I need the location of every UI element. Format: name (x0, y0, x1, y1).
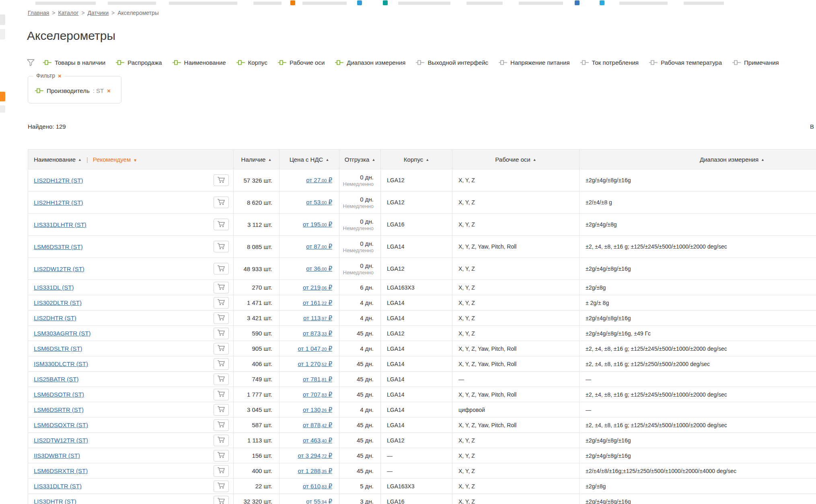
add-to-cart-button[interactable] (214, 297, 229, 309)
price-link[interactable]: от 113,97 ₽ (303, 315, 332, 321)
product-link[interactable]: LSM6DSLTR (ST) (34, 345, 82, 352)
sort-asc-icon: ▲ (372, 158, 375, 162)
add-to-cart-button[interactable] (214, 434, 229, 446)
price-link[interactable]: от 36,00 ₽ (306, 265, 332, 272)
product-link[interactable]: LIS2DTW12TR (ST) (34, 437, 88, 444)
product-link[interactable]: LSM6DSOTR (ST) (34, 391, 84, 398)
add-to-cart-button[interactable] (214, 419, 229, 431)
cell-shipping: 45 дн. (339, 372, 381, 387)
filter-chip[interactable]: Наименование (173, 59, 226, 66)
product-link[interactable]: LIS331DLHTR (ST) (34, 221, 86, 228)
add-to-cart-button[interactable] (214, 496, 229, 504)
price-link[interactable]: от 610,83 ₽ (303, 483, 332, 490)
filter-chip[interactable]: Ток потребления (580, 59, 639, 66)
column-header[interactable]: Отгрузка▲ (339, 150, 381, 169)
price-link[interactable]: от 463,40 ₽ (303, 437, 332, 444)
header-name-label: Наименование (34, 156, 76, 163)
filter-chip[interactable]: Выходной интерфейс (416, 59, 488, 66)
manufacturer-filter-chip[interactable]: Производитель: ST × (35, 87, 111, 94)
add-to-cart-button[interactable] (214, 327, 229, 339)
add-to-cart-button[interactable] (214, 175, 229, 186)
filter-chip[interactable]: Распродажа (116, 59, 162, 66)
product-link[interactable]: LIS2DHTR (ST) (34, 315, 76, 321)
product-link[interactable]: LSM303AGRTR (ST) (34, 330, 90, 337)
close-icon[interactable]: × (107, 88, 111, 94)
filter-chip[interactable]: Корпус (236, 59, 267, 66)
cell-package: LGA14 (381, 387, 452, 402)
filter-chip[interactable]: Диапазон измерения (335, 59, 405, 66)
add-to-cart-button[interactable] (214, 343, 229, 354)
filter-chip[interactable]: Товары в наличии (43, 59, 105, 66)
column-header[interactable]: Цена с НДС▲ (280, 150, 339, 169)
add-to-cart-button[interactable] (214, 389, 229, 400)
page-title: Акселерометры (27, 29, 115, 43)
product-link[interactable]: LIS331DLTR (ST) (34, 483, 82, 490)
price-link[interactable]: от 1 270,52 ₽ (298, 360, 332, 367)
price-link[interactable]: от 781,81 ₽ (303, 376, 332, 383)
product-link[interactable]: LIS331DL (ST) (34, 284, 74, 291)
add-to-cart-button[interactable] (214, 465, 229, 477)
breadcrumb-item[interactable]: Датчики (88, 10, 109, 16)
shipping-days: 0 дн. (340, 262, 374, 269)
product-link[interactable]: LIS302DLTR (ST) (34, 299, 82, 306)
add-to-cart-button[interactable] (214, 312, 229, 324)
cell-measure-range: ±2g/±8g (580, 479, 816, 494)
column-header-name[interactable]: Наименование▲|Рекомендуем▼ (28, 150, 234, 169)
add-to-cart-button[interactable] (214, 197, 229, 208)
price-link[interactable]: от 130,26 ₽ (303, 406, 332, 413)
cutoff-text-fragment (398, 2, 450, 5)
filter-chip[interactable]: Напряжение питания (499, 59, 569, 66)
product-link[interactable]: ISM330DLCTR (ST) (34, 360, 88, 367)
cart-icon (217, 375, 225, 383)
product-link[interactable]: LSM6DSRTR (ST) (34, 406, 84, 413)
column-header[interactable]: Рабочие оси▲ (452, 150, 580, 169)
price-link[interactable]: от 27,00 ₽ (306, 177, 332, 183)
add-to-cart-button[interactable] (214, 480, 229, 492)
product-link[interactable]: IIS3DWBTR (ST) (34, 452, 80, 459)
product-link[interactable]: LSM6DS3TR (ST) (34, 243, 83, 250)
column-header[interactable]: Корпус▲ (381, 150, 452, 169)
product-link[interactable]: LSM6DSOXTR (ST) (34, 422, 88, 428)
breadcrumb-item[interactable]: Каталог (58, 10, 78, 16)
close-icon[interactable]: × (58, 73, 62, 79)
table-row: LSM6DSOTR (ST)1 777 шт.от 707,83 ₽45 дн.… (28, 387, 816, 402)
filter-chip[interactable]: Рабочие оси (278, 59, 325, 66)
price-link[interactable]: от 195,00 ₽ (303, 221, 332, 228)
product-link[interactable]: LSM6DSRXTR (ST) (34, 467, 88, 474)
product-link[interactable]: LIS2HH12TR (ST) (34, 199, 83, 206)
add-to-cart-button[interactable] (214, 450, 229, 461)
add-to-cart-button[interactable] (214, 404, 229, 416)
add-to-cart-button[interactable] (214, 358, 229, 370)
price-link[interactable]: от 707,83 ₽ (303, 391, 332, 398)
breadcrumb-item[interactable]: Главная (28, 10, 49, 16)
product-link[interactable]: LIS2DW12TR (ST) (34, 265, 84, 272)
price-link[interactable]: от 161,22 ₽ (303, 299, 332, 306)
add-to-cart-button[interactable] (214, 282, 229, 293)
price-decimals: ,26 (321, 408, 327, 413)
product-link[interactable]: LIS25BATR (ST) (34, 376, 78, 383)
price-link[interactable]: от 1 288,35 ₽ (298, 467, 332, 474)
add-to-cart-button[interactable] (214, 373, 229, 385)
price-main: от 3 294 (298, 452, 321, 459)
price-link[interactable]: от 219,06 ₽ (303, 284, 332, 291)
add-to-cart-button[interactable] (214, 219, 229, 230)
price-link[interactable]: от 3 294,72 ₽ (298, 452, 332, 459)
column-header[interactable]: Наличие▲ (234, 150, 280, 169)
filter-chip[interactable]: Рабочая температура (649, 59, 722, 66)
price-link[interactable]: от 1 047,20 ₽ (298, 345, 332, 352)
price-link[interactable]: от 873,33 ₽ (303, 330, 332, 337)
price-link[interactable]: от 55,94 ₽ (306, 498, 332, 504)
price-link[interactable]: от 53,00 ₽ (306, 199, 332, 206)
filter-chip[interactable]: Примечания (732, 59, 779, 66)
column-header[interactable]: Диапазон измерения▲ (580, 150, 816, 169)
cell-package: LGA14 (381, 341, 452, 356)
price-decimals: ,81 (321, 377, 327, 382)
cell-package: LGA12 (381, 258, 452, 280)
price-link[interactable]: от 878,42 ₽ (303, 422, 332, 428)
funnel-icon[interactable] (27, 58, 35, 67)
product-link[interactable]: LIS3DHTR (ST) (34, 498, 76, 504)
price-link[interactable]: от 87,00 ₽ (306, 243, 332, 250)
product-link[interactable]: LIS2DH12TR (ST) (34, 177, 83, 184)
add-to-cart-button[interactable] (214, 263, 229, 275)
add-to-cart-button[interactable] (214, 241, 229, 253)
